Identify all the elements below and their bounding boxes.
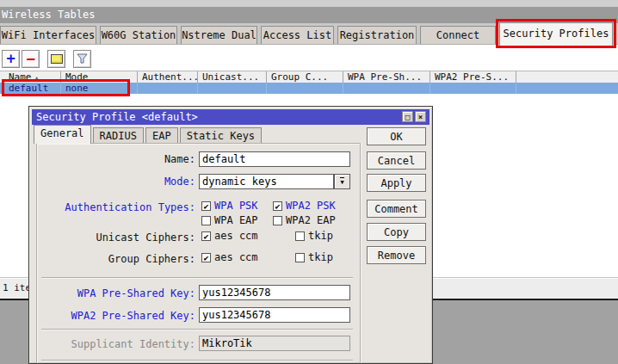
comment-button[interactable] (47, 50, 65, 68)
apply-button[interactable]: Apply (367, 174, 426, 192)
name-input[interactable] (199, 151, 350, 167)
wpa-preshared-key-input[interactable] (199, 285, 350, 300)
sort-asc-icon: ▲ (35, 75, 39, 82)
mode-dropdown-button[interactable]: ▼ (334, 174, 350, 189)
screen: Wireless Tables WiFi Interfaces W60G Sta… (0, 0, 618, 364)
tab-security-profiles[interactable]: Security Profiles (499, 22, 613, 46)
column-header-mode[interactable]: Mode (61, 71, 138, 83)
checkbox-mark (273, 216, 282, 225)
checkbox-mark (201, 216, 211, 225)
column-header-authentication[interactable]: Authent... (138, 71, 198, 83)
remove-button[interactable]: − (22, 50, 40, 68)
separator (41, 277, 353, 278)
funnel-icon (77, 53, 88, 65)
table-row-default[interactable]: default none (0, 83, 618, 94)
dialog-tab-radius[interactable]: RADIUS (93, 127, 144, 144)
dialog-tab-general[interactable]: General (34, 125, 91, 144)
separator (41, 360, 353, 361)
column-header-name[interactable]: Name▲ (0, 71, 61, 83)
checkbox-mark (295, 253, 305, 262)
copy-button[interactable]: Copy (367, 223, 426, 241)
minus-icon: − (26, 52, 34, 65)
main-window-title: Wireless Tables (0, 9, 95, 21)
tab-wifi-interfaces[interactable]: WiFi Interfaces (0, 26, 96, 44)
checkbox-group-aes-ccm[interactable]: ✔ aes ccm (201, 252, 258, 263)
main-window-titlebar: Wireless Tables (0, 7, 618, 23)
cancel-button[interactable]: Cancel (367, 151, 426, 170)
tab-w60g-station[interactable]: W60G Station (100, 26, 177, 44)
comment-button[interactable]: Comment (367, 200, 426, 218)
column-header-unicast[interactable]: Unicast... (198, 71, 267, 83)
cell-name: default (0, 83, 61, 94)
dialog-tabs: General RADIUS EAP Static Keys (34, 125, 263, 144)
dialog-titlebar: Security Profile <default> □ × (32, 109, 430, 125)
cell-wpa2 (430, 83, 516, 94)
column-header-empty (516, 71, 618, 83)
ok-button[interactable]: OK (367, 127, 426, 145)
checkbox-group-tkip[interactable]: tkip (295, 252, 333, 263)
cell-wpa (343, 83, 430, 94)
checkbox-wpa-psk[interactable]: ✔ WPA PSK (201, 201, 258, 212)
checkbox-mark: ✔ (201, 253, 211, 262)
desktop-top-strip (0, 0, 618, 7)
checkbox-wpa2-psk[interactable]: ✔ WPA2 PSK (273, 201, 336, 212)
column-header-wpa2-psk[interactable]: WPA2 Pre-S... (430, 71, 516, 83)
cell-auth (138, 83, 198, 94)
table-header: Name▲ Mode Authent... Unicast... Group C… (0, 71, 618, 83)
cell-mode: none (61, 83, 138, 94)
checkbox-mark (295, 231, 305, 241)
maximize-icon[interactable]: □ (402, 111, 413, 122)
tab-nstreme-dual[interactable]: Nstreme Dual (181, 26, 257, 44)
dialog-title: Security Profile <default> (32, 111, 198, 123)
separator (41, 329, 353, 330)
cell-group (267, 83, 343, 94)
remove-button[interactable]: Remove (367, 246, 426, 264)
checkbox-wpa-eap[interactable]: WPA EAP (201, 215, 258, 226)
close-icon[interactable]: × (415, 111, 426, 122)
checkbox-unicast-aes-ccm[interactable]: ✔ aes ccm (201, 231, 258, 242)
checkbox-mark: ✔ (273, 201, 282, 211)
checkbox-mark: ✔ (201, 201, 211, 211)
wpa2-key-label: WPA2 Pre-Shared Key: (32, 310, 195, 322)
plus-icon: + (6, 52, 15, 66)
tab-connect-list[interactable]: Connect List (420, 26, 496, 44)
auth-types-label: Authentication Types: (32, 201, 195, 213)
group-label: Group Ciphers: (32, 253, 195, 265)
note-icon (51, 54, 63, 64)
wpa-key-label: WPA Pre-Shared Key: (32, 287, 195, 299)
filter-button[interactable] (73, 50, 91, 68)
dropdown-arrow-icon: ▼ (340, 177, 343, 186)
column-header-wpa-psk[interactable]: WPA Pre-Sh... (343, 71, 430, 83)
column-header-group[interactable]: Group C... (267, 71, 343, 83)
checkbox-wpa2-eap[interactable]: WPA2 EAP (273, 215, 336, 226)
supplicant-identity-input (199, 336, 350, 351)
mode-input[interactable] (199, 174, 334, 189)
checkbox-unicast-tkip[interactable]: tkip (295, 231, 333, 242)
dialog-tab-static-keys[interactable]: Static Keys (180, 127, 262, 144)
name-label: Name: (32, 153, 195, 165)
dialog-tab-eap[interactable]: EAP (145, 127, 178, 144)
add-button[interactable]: + (2, 50, 20, 68)
wpa2-preshared-key-input[interactable] (199, 307, 350, 323)
mode-label: Mode: (32, 176, 195, 188)
supplicant-label: Supplicant Identity: (32, 338, 195, 350)
security-profile-dialog: Security Profile <default> □ × General R… (28, 106, 433, 364)
checkbox-mark: ✔ (201, 231, 211, 241)
cell-unicast (198, 83, 267, 94)
tab-registration[interactable]: Registration (337, 26, 417, 44)
unicast-label: Unicast Ciphers: (32, 231, 195, 244)
form-buttons-divider (360, 143, 361, 363)
tab-access-list[interactable]: Access List (261, 26, 334, 44)
